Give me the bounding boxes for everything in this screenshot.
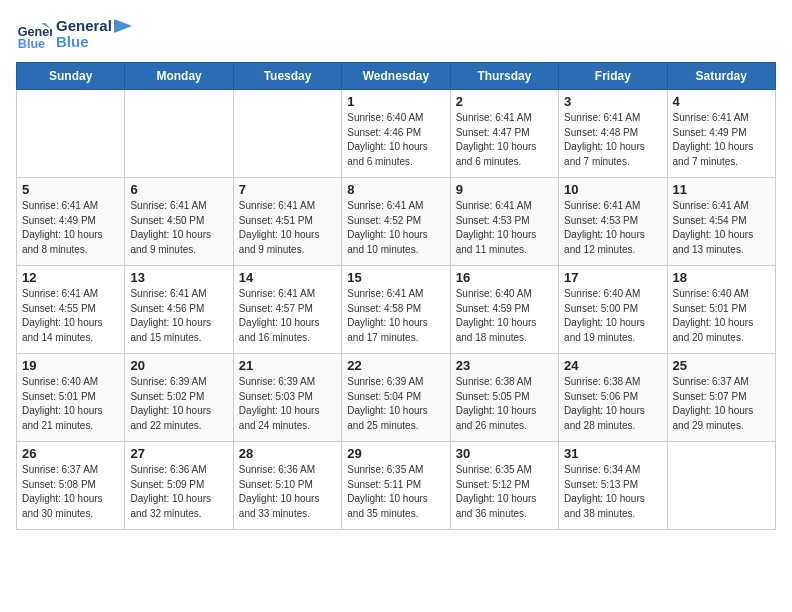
calendar-day-cell: 21Sunrise: 6:39 AMSunset: 5:03 PMDayligh… xyxy=(233,354,341,442)
day-info: Sunrise: 6:40 AMSunset: 4:46 PMDaylight:… xyxy=(347,111,444,169)
day-info: Sunrise: 6:37 AMSunset: 5:08 PMDaylight:… xyxy=(22,463,119,521)
calendar-day-cell: 12Sunrise: 6:41 AMSunset: 4:55 PMDayligh… xyxy=(17,266,125,354)
day-number: 1 xyxy=(347,94,444,109)
day-number: 9 xyxy=(456,182,553,197)
calendar-day-cell: 7Sunrise: 6:41 AMSunset: 4:51 PMDaylight… xyxy=(233,178,341,266)
calendar-day-cell: 25Sunrise: 6:37 AMSunset: 5:07 PMDayligh… xyxy=(667,354,775,442)
svg-marker-3 xyxy=(114,19,132,33)
calendar-day-cell: 18Sunrise: 6:40 AMSunset: 5:01 PMDayligh… xyxy=(667,266,775,354)
day-info: Sunrise: 6:36 AMSunset: 5:09 PMDaylight:… xyxy=(130,463,227,521)
day-number: 23 xyxy=(456,358,553,373)
day-number: 6 xyxy=(130,182,227,197)
weekday-header: Tuesday xyxy=(233,63,341,90)
logo: General Blue General Blue xyxy=(16,16,134,52)
calendar-day-cell: 29Sunrise: 6:35 AMSunset: 5:11 PMDayligh… xyxy=(342,442,450,530)
day-number: 20 xyxy=(130,358,227,373)
calendar-day-cell xyxy=(667,442,775,530)
day-number: 31 xyxy=(564,446,661,461)
calendar-day-cell: 28Sunrise: 6:36 AMSunset: 5:10 PMDayligh… xyxy=(233,442,341,530)
calendar-day-cell: 26Sunrise: 6:37 AMSunset: 5:08 PMDayligh… xyxy=(17,442,125,530)
day-number: 10 xyxy=(564,182,661,197)
calendar-day-cell: 15Sunrise: 6:41 AMSunset: 4:58 PMDayligh… xyxy=(342,266,450,354)
day-number: 12 xyxy=(22,270,119,285)
day-number: 27 xyxy=(130,446,227,461)
calendar-day-cell: 24Sunrise: 6:38 AMSunset: 5:06 PMDayligh… xyxy=(559,354,667,442)
calendar-day-cell: 6Sunrise: 6:41 AMSunset: 4:50 PMDaylight… xyxy=(125,178,233,266)
day-info: Sunrise: 6:41 AMSunset: 4:52 PMDaylight:… xyxy=(347,199,444,257)
calendar-week-row: 1Sunrise: 6:40 AMSunset: 4:46 PMDaylight… xyxy=(17,90,776,178)
logo-line1: General xyxy=(56,18,112,35)
day-number: 17 xyxy=(564,270,661,285)
svg-text:Blue: Blue xyxy=(18,37,45,51)
calendar-day-cell: 30Sunrise: 6:35 AMSunset: 5:12 PMDayligh… xyxy=(450,442,558,530)
calendar-day-cell xyxy=(233,90,341,178)
day-number: 16 xyxy=(456,270,553,285)
calendar-day-cell: 4Sunrise: 6:41 AMSunset: 4:49 PMDaylight… xyxy=(667,90,775,178)
calendar-day-cell: 31Sunrise: 6:34 AMSunset: 5:13 PMDayligh… xyxy=(559,442,667,530)
day-number: 7 xyxy=(239,182,336,197)
weekday-header: Sunday xyxy=(17,63,125,90)
calendar-day-cell: 3Sunrise: 6:41 AMSunset: 4:48 PMDaylight… xyxy=(559,90,667,178)
calendar-day-cell: 22Sunrise: 6:39 AMSunset: 5:04 PMDayligh… xyxy=(342,354,450,442)
day-info: Sunrise: 6:41 AMSunset: 4:49 PMDaylight:… xyxy=(22,199,119,257)
day-number: 21 xyxy=(239,358,336,373)
logo-icon: General Blue xyxy=(16,16,52,52)
day-info: Sunrise: 6:39 AMSunset: 5:03 PMDaylight:… xyxy=(239,375,336,433)
day-info: Sunrise: 6:36 AMSunset: 5:10 PMDaylight:… xyxy=(239,463,336,521)
day-number: 28 xyxy=(239,446,336,461)
day-number: 26 xyxy=(22,446,119,461)
day-info: Sunrise: 6:41 AMSunset: 4:57 PMDaylight:… xyxy=(239,287,336,345)
calendar-day-cell: 19Sunrise: 6:40 AMSunset: 5:01 PMDayligh… xyxy=(17,354,125,442)
day-info: Sunrise: 6:41 AMSunset: 4:51 PMDaylight:… xyxy=(239,199,336,257)
day-number: 11 xyxy=(673,182,770,197)
day-info: Sunrise: 6:38 AMSunset: 5:05 PMDaylight:… xyxy=(456,375,553,433)
calendar-week-row: 26Sunrise: 6:37 AMSunset: 5:08 PMDayligh… xyxy=(17,442,776,530)
day-number: 4 xyxy=(673,94,770,109)
page-header: General Blue General Blue xyxy=(16,16,776,52)
day-info: Sunrise: 6:41 AMSunset: 4:58 PMDaylight:… xyxy=(347,287,444,345)
calendar-day-cell: 17Sunrise: 6:40 AMSunset: 5:00 PMDayligh… xyxy=(559,266,667,354)
day-info: Sunrise: 6:34 AMSunset: 5:13 PMDaylight:… xyxy=(564,463,661,521)
weekday-header: Wednesday xyxy=(342,63,450,90)
logo-line2: Blue xyxy=(56,34,112,51)
calendar-day-cell: 10Sunrise: 6:41 AMSunset: 4:53 PMDayligh… xyxy=(559,178,667,266)
weekday-header: Saturday xyxy=(667,63,775,90)
calendar-body: 1Sunrise: 6:40 AMSunset: 4:46 PMDaylight… xyxy=(17,90,776,530)
day-number: 19 xyxy=(22,358,119,373)
calendar-day-cell: 2Sunrise: 6:41 AMSunset: 4:47 PMDaylight… xyxy=(450,90,558,178)
weekday-row: SundayMondayTuesdayWednesdayThursdayFrid… xyxy=(17,63,776,90)
day-number: 5 xyxy=(22,182,119,197)
calendar-week-row: 19Sunrise: 6:40 AMSunset: 5:01 PMDayligh… xyxy=(17,354,776,442)
day-info: Sunrise: 6:41 AMSunset: 4:53 PMDaylight:… xyxy=(456,199,553,257)
day-info: Sunrise: 6:41 AMSunset: 4:49 PMDaylight:… xyxy=(673,111,770,169)
day-info: Sunrise: 6:41 AMSunset: 4:48 PMDaylight:… xyxy=(564,111,661,169)
day-info: Sunrise: 6:41 AMSunset: 4:54 PMDaylight:… xyxy=(673,199,770,257)
day-info: Sunrise: 6:41 AMSunset: 4:50 PMDaylight:… xyxy=(130,199,227,257)
logo-flag-icon xyxy=(114,19,134,41)
day-info: Sunrise: 6:41 AMSunset: 4:47 PMDaylight:… xyxy=(456,111,553,169)
calendar-day-cell: 9Sunrise: 6:41 AMSunset: 4:53 PMDaylight… xyxy=(450,178,558,266)
calendar-week-row: 12Sunrise: 6:41 AMSunset: 4:55 PMDayligh… xyxy=(17,266,776,354)
day-info: Sunrise: 6:40 AMSunset: 5:00 PMDaylight:… xyxy=(564,287,661,345)
calendar-day-cell: 14Sunrise: 6:41 AMSunset: 4:57 PMDayligh… xyxy=(233,266,341,354)
day-number: 2 xyxy=(456,94,553,109)
day-number: 24 xyxy=(564,358,661,373)
day-number: 13 xyxy=(130,270,227,285)
calendar-day-cell: 8Sunrise: 6:41 AMSunset: 4:52 PMDaylight… xyxy=(342,178,450,266)
day-info: Sunrise: 6:40 AMSunset: 4:59 PMDaylight:… xyxy=(456,287,553,345)
calendar-day-cell: 23Sunrise: 6:38 AMSunset: 5:05 PMDayligh… xyxy=(450,354,558,442)
day-number: 3 xyxy=(564,94,661,109)
day-number: 30 xyxy=(456,446,553,461)
day-info: Sunrise: 6:37 AMSunset: 5:07 PMDaylight:… xyxy=(673,375,770,433)
weekday-header: Friday xyxy=(559,63,667,90)
calendar-day-cell xyxy=(125,90,233,178)
day-number: 8 xyxy=(347,182,444,197)
calendar-day-cell xyxy=(17,90,125,178)
day-number: 29 xyxy=(347,446,444,461)
calendar-day-cell: 16Sunrise: 6:40 AMSunset: 4:59 PMDayligh… xyxy=(450,266,558,354)
calendar-day-cell: 13Sunrise: 6:41 AMSunset: 4:56 PMDayligh… xyxy=(125,266,233,354)
calendar-header: SundayMondayTuesdayWednesdayThursdayFrid… xyxy=(17,63,776,90)
calendar-day-cell: 20Sunrise: 6:39 AMSunset: 5:02 PMDayligh… xyxy=(125,354,233,442)
day-number: 15 xyxy=(347,270,444,285)
day-number: 18 xyxy=(673,270,770,285)
